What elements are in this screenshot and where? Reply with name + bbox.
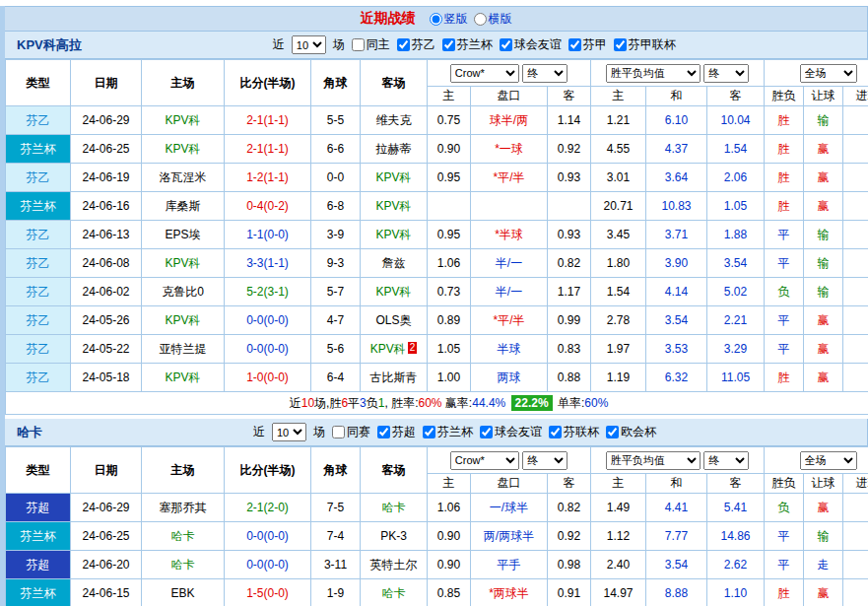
result-cell: 胜: [765, 106, 804, 135]
avg-home-cell: 14.97: [591, 579, 646, 606]
score-cell: 1-1(0-0): [225, 221, 311, 249]
avg-draw-cell: 10.83: [646, 192, 707, 221]
away-team-cell: 古比斯青: [361, 364, 428, 392]
odds-away-cell: 0.82: [548, 249, 591, 278]
date-cell: 24-06-13: [71, 221, 142, 249]
away-team-cell: OLS奥: [361, 306, 428, 335]
league-type-cell: 芬乙: [6, 335, 71, 364]
avg-home-cell: 2.78: [591, 306, 646, 335]
match-count-select[interactable]: 10: [292, 35, 326, 54]
same-home-checkbox[interactable]: [352, 38, 365, 51]
avg-select[interactable]: 胜平负均值: [606, 451, 701, 470]
layout-radio-horizontal[interactable]: 横版: [474, 11, 512, 28]
summary-segment: 44.4%: [472, 396, 505, 410]
away-team-cell: 哈卡: [361, 494, 428, 522]
home-team-cell: KPV科: [142, 364, 225, 392]
odds-home-cell: 1.00: [428, 364, 471, 392]
league-type-cell: 芬超: [6, 551, 71, 579]
col-header-handicap: 盘口: [471, 87, 548, 106]
league-checkbox[interactable]: [480, 426, 493, 438]
handicap-result-cell: 赢: [804, 579, 843, 606]
avg-draw-cell: 6.10: [646, 106, 707, 135]
corners-cell: 4-7: [311, 306, 361, 335]
col-header-date: 日期: [71, 447, 142, 494]
league-checkbox[interactable]: [397, 38, 410, 51]
scope-select[interactable]: 全场: [800, 64, 857, 83]
odds-away-cell: 0.93: [548, 164, 591, 192]
col-header-handicap-result: 让球: [804, 474, 843, 494]
match-count-select[interactable]: 10: [272, 423, 306, 441]
avg-period-select[interactable]: 终: [703, 451, 749, 470]
home-team-cell: KPV科: [142, 306, 225, 335]
score-cell: 5-2(3-1): [225, 278, 311, 306]
odds-company-select[interactable]: Crow*: [450, 451, 519, 470]
league-label: 芬联杯: [564, 424, 599, 440]
avg-draw-cell: 4.37: [646, 135, 707, 164]
scope-select[interactable]: 全场: [800, 451, 857, 470]
odds-period-select[interactable]: 终: [522, 451, 568, 470]
score-cell: 1-5(0-0): [225, 579, 311, 606]
league-checkbox[interactable]: [442, 38, 455, 51]
table-header-top: 类型 日期 主场 比分(半场) 角球 客场 Crow* 终 胜平负均值 终 全场: [6, 60, 868, 87]
date-cell: 24-06-29: [71, 494, 142, 522]
league-checkbox[interactable]: [606, 426, 619, 438]
match-row: 芬乙24-05-22亚特兰提0-0(0-0)5-6KPV科21.05半球0.83…: [6, 335, 868, 364]
handicap-cell: 两/两球半: [471, 522, 548, 551]
layout-radio-vertical[interactable]: 竖版: [430, 11, 468, 28]
odds-away-cell: 0.98: [548, 551, 591, 579]
odds-home-cell: 0.90: [428, 522, 471, 551]
away-team-cell: 詹兹: [361, 249, 428, 278]
avg-select[interactable]: 胜平负均值: [606, 64, 701, 83]
result-cell: 平: [765, 249, 804, 278]
kpv-results-table: 类型 日期 主场 比分(半场) 角球 客场 Crow* 终 胜平负均值 终 全场: [5, 59, 868, 415]
match-row: 芬兰杯24-06-15EBK1-5(0-0)1-9哈卡0.85*两球半0.911…: [6, 579, 868, 606]
score-cell: 1-0(0-0): [225, 364, 311, 392]
odds-away-cell: [548, 192, 591, 221]
same-league-checkbox[interactable]: [332, 426, 345, 438]
away-team-cell: 哈卡: [361, 579, 428, 606]
avg-home-cell: 2.40: [591, 551, 646, 579]
avg-period-select[interactable]: 终: [703, 64, 749, 83]
match-row: 芬乙24-06-29KPV科2-1(1-1)5-5维夫克0.75球半/两1.14…: [6, 106, 868, 135]
filters-haka: 近 10 场 同赛 芬超 芬兰杯 球会友谊 芬联杯 欧会杯: [42, 423, 867, 441]
league-type-cell: 芬乙: [6, 164, 71, 192]
odds-period-select[interactable]: 终: [522, 64, 568, 83]
handicap-result-cell: 赢: [804, 306, 843, 335]
result-cell: 平: [765, 551, 804, 579]
league-checkbox[interactable]: [500, 38, 512, 51]
league-type-cell: 芬兰杯: [6, 522, 71, 551]
odds-away-cell: 0.82: [548, 494, 591, 522]
goals-cell: [843, 106, 868, 135]
league-checkbox[interactable]: [423, 426, 435, 438]
summary-segment: 22.2%: [511, 395, 553, 411]
league-checkbox[interactable]: [377, 426, 390, 438]
home-team-cell: 洛瓦涅米: [142, 164, 225, 192]
odds-company-select[interactable]: Crow*: [450, 64, 519, 83]
league-checkbox[interactable]: [549, 426, 562, 438]
summary-segment: , 胜率:: [384, 396, 418, 410]
avg-away-cell: 11.05: [707, 364, 765, 392]
vertical-radio[interactable]: [430, 13, 442, 26]
corners-cell: 7-5: [311, 494, 361, 522]
league-checkbox[interactable]: [614, 38, 627, 51]
page-title: 近期战绩: [361, 10, 416, 28]
match-row: 芬兰杯24-06-25哈卡0-0(0-0)7-4PK-30.90两/两球半0.9…: [6, 522, 868, 551]
match-row: 芬乙24-06-02克鲁比05-2(3-1)5-7KPV科0.73半/一1.17…: [6, 278, 868, 306]
league-checkbox[interactable]: [568, 38, 581, 51]
avg-away-cell: 1.10: [707, 579, 765, 606]
avg-away-cell: 1.88: [707, 221, 765, 249]
league-filter: 芬甲: [568, 36, 607, 53]
odds-home-cell: 1.06: [428, 249, 471, 278]
odds-home-cell: 0.90: [428, 135, 471, 164]
league-type-cell: 芬乙: [6, 249, 71, 278]
odds-away-cell: 0.99: [548, 306, 591, 335]
col-header-score: 比分(半场): [225, 60, 311, 106]
avg-away-cell: 2.21: [707, 306, 765, 335]
avg-away-cell: 14.86: [707, 522, 765, 551]
col-header-handicap: 盘口: [471, 474, 548, 494]
home-team-cell: KPV科: [142, 135, 225, 164]
col-header-result: 胜负: [765, 474, 804, 494]
date-cell: 24-06-29: [71, 106, 142, 135]
avg-draw-cell: 4.41: [646, 494, 707, 522]
horizontal-radio[interactable]: [474, 13, 487, 26]
